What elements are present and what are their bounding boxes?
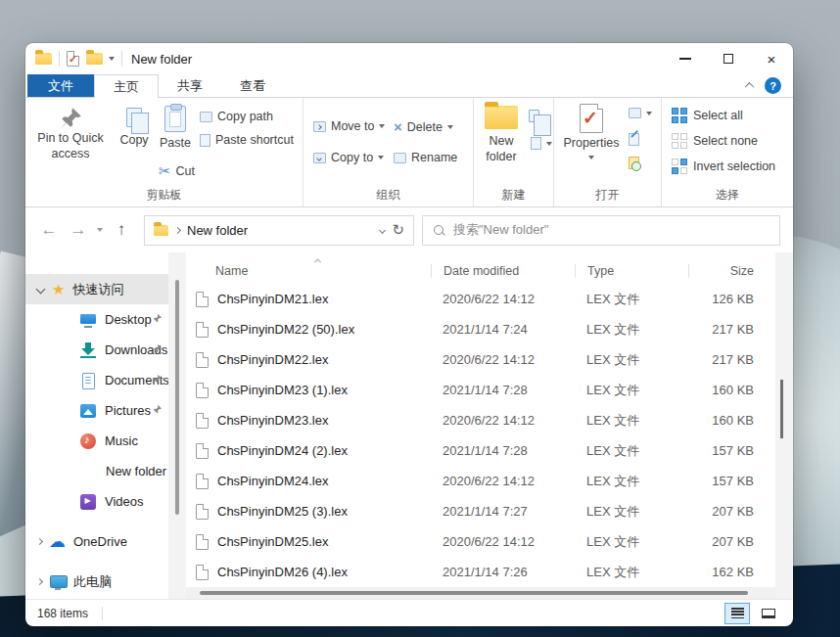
address-dropdown-icon[interactable] — [379, 226, 386, 233]
move-to-caret-icon — [379, 124, 385, 128]
table-row[interactable]: ChsPinyinDM25 (3).lex 2021/1/14 7:27 LEX… — [186, 496, 775, 526]
recent-locations-caret-icon[interactable] — [97, 228, 103, 232]
file-date-modified: 2020/6/22 14:12 — [431, 352, 575, 367]
copy-path-button[interactable]: Copy path — [200, 110, 273, 123]
minimize-button[interactable] — [664, 43, 707, 74]
file-name: ChsPinyinDM21.lex — [217, 292, 328, 306]
paste-shortcut-button[interactable]: Paste shortcut — [200, 133, 294, 147]
expand-chevron-icon[interactable] — [36, 285, 46, 295]
vertical-scrollbar-thumb[interactable] — [780, 380, 783, 438]
maximize-button[interactable] — [707, 43, 750, 74]
sidebar-item[interactable]: Pictures — [25, 395, 168, 426]
qat-new-folder-icon[interactable] — [86, 53, 103, 65]
table-row[interactable]: ChsPinyinDM23.lex 2020/6/22 14:12 LEX 文件… — [186, 405, 775, 435]
delete-button[interactable]: × Delete — [394, 119, 453, 134]
file-type: LEX 文件 — [575, 503, 688, 521]
organize-group-label: 组织 — [303, 187, 473, 204]
column-header-name[interactable]: Name — [186, 264, 431, 278]
vertical-scrollbar[interactable] — [775, 252, 793, 599]
collapse-chevron-icon[interactable] — [36, 538, 43, 545]
sidebar-item[interactable]: Desktop — [25, 304, 168, 335]
table-row[interactable]: ChsPinyinDM21.lex 2020/6/22 14:12 LEX 文件… — [186, 284, 775, 314]
tab-view[interactable]: 查看 — [221, 74, 284, 97]
properties-button[interactable]: ✓ Properties — [558, 104, 625, 159]
history-button[interactable] — [629, 157, 639, 169]
select-none-icon — [672, 133, 687, 149]
copy-button[interactable]: Copy — [116, 108, 153, 149]
tab-home[interactable]: 主页 — [94, 74, 159, 98]
forward-button[interactable]: → — [68, 220, 89, 240]
collapse-chevron-icon[interactable] — [36, 578, 43, 585]
sidebar-item-quick-access[interactable]: ★ 快速访问 — [25, 274, 168, 304]
new-folder-button[interactable]: New folder — [478, 106, 525, 164]
sidebar-scrollbar[interactable] — [168, 252, 186, 599]
move-to-button[interactable]: Move to — [313, 119, 385, 133]
column-headers: Name Date modified Type Size — [186, 258, 775, 284]
details-view-icon — [731, 608, 744, 618]
title-bar[interactable]: ✓ New folder × — [25, 43, 793, 74]
this-pc-icon — [50, 574, 66, 590]
new-item-button[interactable] — [531, 137, 552, 150]
breadcrumb-chevron-icon[interactable] — [174, 226, 181, 233]
open-button[interactable] — [629, 108, 652, 118]
collapse-ribbon-icon[interactable] — [745, 82, 755, 92]
breadcrumb[interactable]: New folder — [187, 223, 248, 238]
sidebar-item[interactable]: Documents — [25, 365, 168, 395]
back-button[interactable]: ← — [38, 220, 60, 240]
column-header-size[interactable]: Size — [688, 264, 762, 278]
sidebar-item[interactable]: 此电脑 — [25, 567, 168, 597]
refresh-icon[interactable]: ↻ — [392, 221, 404, 239]
thumbnails-view-button[interactable] — [756, 603, 781, 624]
file-size: 157 KB — [688, 443, 762, 458]
file-icon — [196, 504, 209, 520]
address-bar[interactable]: New folder ↻ — [144, 215, 414, 246]
ribbon-group-new: New folder 新建 — [474, 98, 554, 206]
rename-button[interactable]: Rename — [394, 151, 457, 164]
open-caret-icon — [646, 112, 652, 115]
quick-access-items: Desktop Downloads Documents Pictures Mus… — [25, 304, 168, 517]
horizontal-scrollbar[interactable] — [186, 587, 775, 599]
column-header-date-modified[interactable]: Date modified — [431, 264, 575, 278]
pinned-icon — [152, 313, 163, 324]
edit-button[interactable] — [629, 133, 639, 146]
paste-button[interactable]: Paste — [155, 106, 196, 152]
sidebar-scrollbar-thumb[interactable] — [175, 280, 179, 515]
select-all-button[interactable]: Select all — [672, 108, 743, 123]
table-row[interactable]: ChsPinyinDM26 (4).lex 2021/1/14 7:26 LEX… — [186, 557, 775, 587]
select-none-button[interactable]: Select none — [672, 133, 758, 149]
table-row[interactable]: ChsPinyinDM22 (50).lex 2021/1/14 7:24 LE… — [186, 314, 775, 344]
select-group-label: 选择 — [662, 187, 793, 204]
search-icon — [434, 225, 444, 236]
ribbon-group-organize: Move to Copy to × Delete Rename 组织 — [303, 98, 474, 206]
tab-share[interactable]: 共享 — [159, 74, 221, 97]
tab-file[interactable]: 文件 — [27, 74, 94, 97]
details-view-button[interactable] — [724, 603, 750, 624]
search-input[interactable]: 搜索"New folder" — [422, 215, 780, 246]
sidebar-item[interactable]: Music — [25, 426, 168, 456]
sidebar-item[interactable]: Videos — [25, 486, 168, 517]
up-button[interactable]: ↑ — [111, 220, 132, 240]
qat-properties-icon[interactable]: ✓ — [67, 51, 79, 67]
pin-to-quick-access-button[interactable]: Pin to Quick access — [27, 106, 114, 161]
file-type: LEX 文件 — [575, 321, 688, 339]
invert-selection-button[interactable]: Invert selection — [672, 159, 775, 174]
table-row[interactable]: ChsPinyinDM25.lex 2020/6/22 14:12 LEX 文件… — [186, 526, 775, 557]
close-button[interactable]: × — [750, 43, 793, 74]
sidebar-item[interactable]: OneDrive — [25, 526, 168, 557]
column-header-type[interactable]: Type — [575, 264, 688, 278]
help-button[interactable]: ? — [765, 77, 781, 94]
cut-button[interactable]: ✂ Cut — [159, 162, 195, 180]
easy-access-button[interactable] — [529, 110, 550, 122]
file-name: ChsPinyinDM22 (50).lex — [217, 322, 354, 337]
file-type: LEX 文件 — [575, 412, 688, 430]
sidebar-item[interactable]: New folder — [25, 456, 168, 486]
qat-customize-caret-icon[interactable] — [109, 57, 115, 61]
table-row[interactable]: ChsPinyinDM22.lex 2020/6/22 14:12 LEX 文件… — [186, 344, 775, 375]
file-type: LEX 文件 — [575, 473, 688, 490]
horizontal-scrollbar-thumb[interactable] — [200, 591, 748, 595]
copy-to-button[interactable]: Copy to — [313, 151, 384, 164]
table-row[interactable]: ChsPinyinDM24 (2).lex 2021/1/14 7:28 LEX… — [186, 435, 775, 466]
table-row[interactable]: ChsPinyinDM24.lex 2020/6/22 14:12 LEX 文件… — [186, 466, 775, 496]
sidebar-item[interactable]: Downloads — [25, 335, 168, 365]
table-row[interactable]: ChsPinyinDM23 (1).lex 2021/1/14 7:28 LEX… — [186, 375, 775, 405]
